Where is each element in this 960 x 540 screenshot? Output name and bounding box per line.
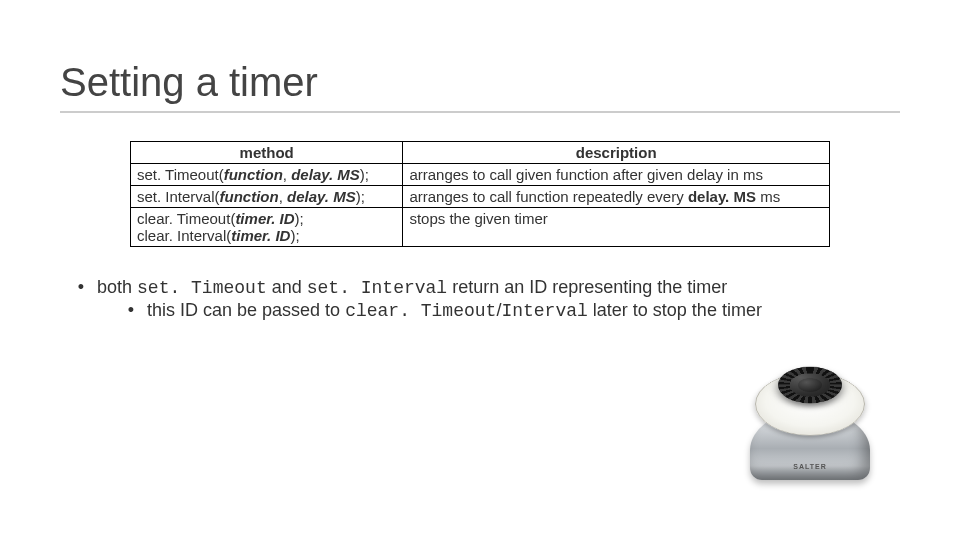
cell-description: stops the given timer: [403, 208, 830, 247]
cell-description: arranges to call given function after gi…: [403, 164, 830, 186]
text: clear. Interval(: [137, 227, 231, 244]
text: ms: [756, 188, 780, 205]
list-item: • this ID can be passed to clear. Timeou…: [70, 300, 900, 321]
text: this ID can be passed to: [147, 300, 345, 320]
cell-method: set. Timeout(function, delay. MS);: [131, 164, 403, 186]
param: function: [224, 166, 283, 183]
text: );: [290, 227, 299, 244]
cell-description: arranges to call function repeatedly eve…: [403, 186, 830, 208]
text: );: [360, 166, 369, 183]
text: later to stop the timer: [588, 300, 762, 320]
timer-image: SALTER: [745, 345, 875, 480]
param: timer. ID: [235, 210, 294, 227]
text: );: [356, 188, 365, 205]
param: function: [220, 188, 279, 205]
text: set. Timeout(: [137, 166, 224, 183]
col-description: description: [403, 142, 830, 164]
bullet-icon: •: [120, 300, 142, 321]
text: ,: [283, 166, 291, 183]
text: stops the given timer: [409, 210, 547, 227]
text: );: [295, 210, 304, 227]
text: arranges to call given function after gi…: [409, 166, 763, 183]
slide: Setting a timer method description set. …: [0, 0, 960, 321]
code: Interval: [501, 301, 587, 321]
methods-table: method description set. Timeout(function…: [130, 141, 830, 247]
table-wrap: method description set. Timeout(function…: [60, 141, 900, 247]
param: delay. MS: [688, 188, 756, 205]
table-row: clear. Timeout(timer. ID); clear. Interv…: [131, 208, 830, 247]
code: clear. Timeout: [345, 301, 496, 321]
text: and: [267, 277, 307, 297]
bullet-icon: •: [70, 277, 92, 298]
cell-method: set. Interval(function, delay. MS);: [131, 186, 403, 208]
page-title: Setting a timer: [60, 60, 900, 113]
param: delay. MS: [291, 166, 360, 183]
param: timer. ID: [231, 227, 290, 244]
code: set. Timeout: [137, 278, 267, 298]
code: set. Interval: [307, 278, 447, 298]
text: set. Interval(: [137, 188, 220, 205]
table-row: set. Interval(function, delay. MS); arra…: [131, 186, 830, 208]
timer-dial: [778, 367, 842, 404]
table-row: set. Timeout(function, delay. MS); arran…: [131, 164, 830, 186]
text: return an ID representing the timer: [447, 277, 727, 297]
param: delay. MS: [287, 188, 356, 205]
col-method: method: [131, 142, 403, 164]
table-header-row: method description: [131, 142, 830, 164]
list-item: • both set. Timeout and set. Interval re…: [70, 277, 900, 298]
cell-method: clear. Timeout(timer. ID); clear. Interv…: [131, 208, 403, 247]
text: arranges to call function repeatedly eve…: [409, 188, 688, 205]
text: clear. Timeout(: [137, 210, 235, 227]
text: ,: [279, 188, 287, 205]
bullet-list: • both set. Timeout and set. Interval re…: [60, 277, 900, 321]
text: both: [97, 277, 137, 297]
timer-brand: SALTER: [793, 463, 826, 470]
